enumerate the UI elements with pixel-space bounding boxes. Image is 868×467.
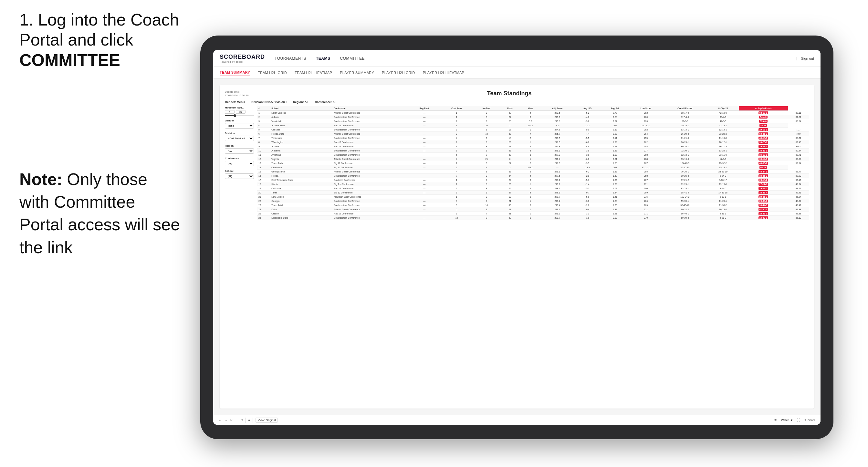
table-cell: 0 [520,216,541,220]
table-cell: 3 [520,153,541,157]
sign-out-button[interactable]: Sign out [796,57,814,60]
table-cell: 217 [629,149,662,153]
table-cell: 24 [500,174,520,178]
min-rounds-max-input[interactable] [236,110,246,114]
table-cell: Illinois [270,182,332,186]
copy-icon[interactable]: □ [241,418,243,422]
table-cell: -1.4 [574,182,601,186]
share-button[interactable]: ⇧ Share [804,418,815,422]
gender-select[interactable]: Men's Women's [225,123,254,128]
table-cell: 18 [500,128,520,132]
table-cell: 6 [440,153,473,157]
table-cell: 10 [473,132,500,136]
table-cell: 5 [440,212,473,216]
sub-nav-player-h2h-heatmap[interactable]: PLAYER H2H HEATMAP [423,69,464,76]
gender-filter-display: Gender: Men's [225,100,245,104]
table-cell: 1 [440,115,473,119]
table-cell: 18-12-1 [707,140,739,144]
nav-teams[interactable]: TEAMS [316,55,331,62]
table-cell: — [409,191,440,195]
back-icon[interactable]: ← [218,418,222,422]
table-cell: 46.91 [788,191,809,195]
table-cell: 276.3 [541,140,574,144]
table-cell: -2.0 [574,203,601,207]
view-original-button[interactable]: View: Original [255,417,278,423]
sub-nav-player-summary[interactable]: PLAYER SUMMARY [340,69,374,76]
score-badge: 33-44-3 [758,204,768,207]
table-cell: 60.57 [788,157,809,161]
table-cell: 276.4 [541,157,574,161]
nav-tournaments[interactable]: TOURNAMENTS [275,55,306,62]
watch-button[interactable]: Watch ▼ [781,418,793,422]
table-row: 19CaliforniaPac-12 Conference—48242278.2… [257,186,809,191]
table-cell: 23-33-1 [739,212,788,216]
school-select[interactable]: (All) [225,174,254,179]
table-row: 14OklahomaBig 12 Conference—242278.6—1.8… [257,165,809,169]
table-cell: 1.28 [601,182,629,186]
table-cell: East Tennessee State [270,178,332,182]
table-cell: 33-29-1 [739,149,788,153]
standings-table: # School Conference Reg Rank Conf Rank N… [257,106,809,220]
division-select[interactable]: NCAA Division I [225,136,254,141]
table-cell: 29-21-0 [739,186,788,191]
sub-nav-team-h2h-heatmap[interactable]: TEAM H2H HEATMAP [294,69,332,76]
table-cell: 276.9 [541,149,574,153]
table-cell: 9 [473,111,500,115]
share-icon: ⇧ [804,418,807,422]
score-badge: 63-17-0 [758,112,768,114]
table-cell: 2 [520,161,541,165]
table-cell: Texas [270,191,332,195]
score-badge: 29-25-2 [758,195,768,198]
slider-thumb[interactable] [234,114,236,117]
table-cell: 0 [520,212,541,216]
table-cell: 15-32-2 [707,161,739,165]
score-badge: 35-14-0 [758,158,768,160]
table-cell: 269 [629,191,662,195]
table-cell: 8 [473,144,500,149]
table-cell: 13 [257,161,270,165]
table-cell: 14 [257,165,270,169]
table-cell: 4 [520,111,541,115]
min-rounds-min-input[interactable] [225,110,235,114]
table-cell: 1.90 [601,153,629,157]
table-cell: 268 [629,153,662,157]
table-cell: Southeastern Conference [333,153,409,157]
refresh-icon[interactable]: ↻ [230,418,232,422]
nav-committee[interactable]: COMMITTEE [340,55,365,62]
table-cell: 21 [257,195,270,199]
min-rounds-slider[interactable] [225,115,254,116]
table-cell: 1.30 [601,203,629,207]
table-cell: 273.6 [541,119,574,123]
table-cell: 87-21-2 [662,178,707,182]
table-cell: 9 [473,161,500,165]
table-cell: 82-18-1 [662,153,707,157]
table-cell: 280.7 [541,216,574,220]
forward-icon[interactable]: → [224,418,227,422]
table-cell: 4 [520,174,541,178]
table-cell: Big 12 Conference [333,161,409,165]
school-filter-group: School (All) [225,169,254,179]
expand-icon[interactable]: ⛶ [797,418,800,422]
table-row: 25OregonPac-12 Conference—57210279.5-3.1… [257,212,809,216]
table-cell: 2.20 [601,132,629,136]
table-cell: Southeastern Conference [333,119,409,123]
table-cell: 265 [629,169,662,174]
region-select[interactable]: N/A [225,148,254,154]
sub-nav-team-h2h-grid[interactable]: TEAM H2H GRID [258,69,287,76]
table-cell: Arizona [270,144,332,149]
bookmark-icon[interactable]: ☰ [235,418,238,422]
table-cell: 33-25-2 [707,132,739,136]
table-cell: 23 [500,111,520,115]
table-cell: 1.63 [601,174,629,178]
conference-select[interactable]: (All) [225,161,254,166]
score-badge: 40-33-2 [758,162,768,165]
table-cell: 268 [629,144,662,149]
sub-nav-team-summary[interactable]: TEAM SUMMARY [220,69,250,76]
table-cell: 63.49 [788,140,809,144]
sub-nav-player-h2h-grid[interactable]: PLAYER H2H GRID [382,69,415,76]
table-cell: 9-39-1 [707,212,739,216]
table-cell: 258 [629,174,662,178]
table-cell: 27 [500,207,520,212]
table-cell: 8 [473,186,500,191]
score-badge: 33-29-1 [758,149,768,152]
